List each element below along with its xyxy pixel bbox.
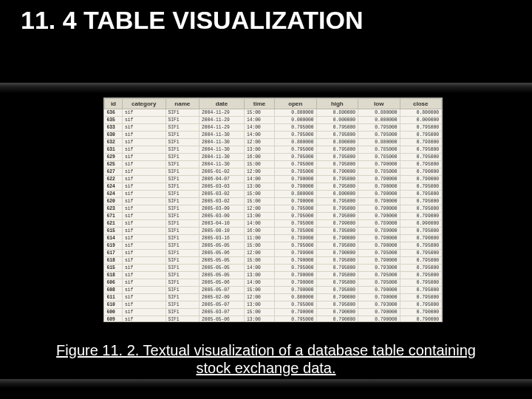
- cell: 0.795000: [275, 213, 316, 220]
- table-row: 608sifSIF12005-05-0715:000.7900000.79500…: [105, 287, 442, 294]
- cell: 0.798000: [400, 139, 442, 146]
- cell: 0.790000: [358, 287, 400, 294]
- cell: SIF1: [166, 205, 200, 213]
- cell: SIF1: [166, 265, 200, 272]
- cell: 0.795000: [400, 228, 442, 235]
- cell: 0.795000: [400, 161, 442, 168]
- cell: sif: [122, 124, 166, 132]
- cell: 2005-05-05: [200, 257, 245, 265]
- cell: 0.790000: [275, 183, 316, 191]
- cell: 13:00: [244, 272, 274, 279]
- column-header-category: category: [122, 99, 166, 109]
- cell: sif: [122, 139, 166, 146]
- cell: 0.795000: [275, 265, 316, 272]
- table-row: 632sifSIF12004-11-3012:000.8000000.80000…: [105, 139, 442, 146]
- table-row: 624sifSIF12005-03-0313:000.7900000.79500…: [105, 183, 442, 191]
- cell: 0.795000: [275, 205, 316, 213]
- cell: 12:00: [244, 168, 274, 176]
- cell: 624: [105, 183, 123, 191]
- cell: 0.795000: [400, 294, 442, 301]
- cell: 0.800000: [275, 294, 316, 301]
- cell: 15:00: [244, 191, 274, 198]
- cell: 617: [105, 250, 123, 257]
- cell: 0.795000: [400, 146, 442, 154]
- cell: 632: [105, 139, 123, 146]
- table-row: 619sifSIF12005-05-0515:000.7950000.79500…: [105, 242, 442, 250]
- cell: SIF1: [166, 279, 200, 287]
- cell: SIF1: [166, 257, 200, 265]
- cell: 2005-02-09: [200, 294, 245, 301]
- cell: 631: [105, 146, 123, 154]
- table-row: 629sifSIF12004-11-3016:000.7950000.79500…: [105, 154, 442, 161]
- cell: 14:00: [244, 132, 274, 139]
- cell: 0.790000: [400, 168, 442, 176]
- cell: 0.790000: [358, 183, 400, 191]
- cell: SIF1: [166, 168, 200, 176]
- cell: 0.795000: [316, 183, 358, 191]
- cell: 0.800000: [358, 109, 400, 117]
- cell: 2006-04-07: [200, 176, 245, 183]
- table-row: 610sifSIF12005-05-0713:000.7950000.79500…: [105, 301, 442, 309]
- table-row: 631sifSIF12004-11-3013:000.7950000.79500…: [105, 146, 442, 154]
- table-row: 627sifSIF12005-01-0212:000.7850000.79000…: [105, 168, 442, 176]
- cell: 0.790000: [316, 235, 358, 242]
- cell: 0.795000: [316, 257, 358, 265]
- cell: 0.795000: [400, 301, 442, 309]
- cell: 0.790000: [275, 257, 316, 265]
- cell: SIF1: [166, 139, 200, 146]
- cell: 14:00: [244, 124, 274, 132]
- cell: 609: [105, 316, 123, 323]
- cell: 600: [105, 309, 123, 316]
- cell: SIF1: [166, 301, 200, 309]
- cell: 0.799000: [316, 220, 358, 228]
- cell: SIF1: [166, 294, 200, 301]
- cell: 619: [105, 242, 123, 250]
- cell: sif: [122, 309, 166, 316]
- cell: 0.800000: [275, 139, 316, 146]
- cell: sif: [122, 198, 166, 205]
- cell: sif: [122, 235, 166, 242]
- cell: 0.789000: [358, 228, 400, 235]
- cell: SIF1: [166, 161, 200, 168]
- cell: SIF1: [166, 124, 200, 132]
- cell: 0.795000: [358, 250, 400, 257]
- cell: 11:00: [244, 235, 274, 242]
- cell: 0.785000: [275, 168, 316, 176]
- cell: 624: [105, 191, 123, 198]
- cell: 0.789000: [358, 220, 400, 228]
- cell: 615: [105, 265, 123, 272]
- cell: SIF1: [166, 220, 200, 228]
- figure-caption: Figure 11. 2. Textual visualization of a…: [0, 341, 532, 377]
- cell: 16:00: [244, 154, 274, 161]
- column-header-date: date: [200, 99, 245, 109]
- cell: SIF1: [166, 242, 200, 250]
- cell: sif: [122, 316, 166, 323]
- cell: sif: [122, 146, 166, 154]
- cell: 0.790000: [400, 316, 442, 323]
- cell: 0.795000: [358, 124, 400, 132]
- cell: 0.789000: [275, 235, 316, 242]
- cell: 2004-11-30: [200, 132, 245, 139]
- cell: 2004-11-29: [200, 109, 245, 117]
- cell: 0.790000: [358, 161, 400, 168]
- cell: SIF1: [166, 183, 200, 191]
- page-title: 11. 4 TABLE VISUALIZATION: [21, 6, 375, 35]
- cell: sif: [122, 183, 166, 191]
- cell: 0.790000: [275, 309, 316, 316]
- cell: 2005-05-07: [200, 287, 245, 294]
- cell: 15:00: [244, 109, 274, 117]
- table-row: 617sifSIF12005-05-0612:000.7990000.79000…: [105, 250, 442, 257]
- cell: 15:00: [244, 161, 274, 168]
- cell: sif: [122, 109, 166, 117]
- cell: 636: [105, 109, 123, 117]
- table-row: 623sifSIF12005-03-0912:000.7950000.79500…: [105, 205, 442, 213]
- cell: 0.795000: [400, 198, 442, 205]
- cell: SIF1: [166, 250, 200, 257]
- cell: 2005-05-05: [200, 272, 245, 279]
- cell: 0.790000: [316, 309, 358, 316]
- cell: 0.795000: [275, 154, 316, 161]
- cell: 621: [105, 220, 123, 228]
- cell: SIF1: [166, 309, 200, 316]
- table-row: 618sifSIF12005-05-0513:000.7900000.79500…: [105, 272, 442, 279]
- column-header-open: open: [275, 99, 316, 109]
